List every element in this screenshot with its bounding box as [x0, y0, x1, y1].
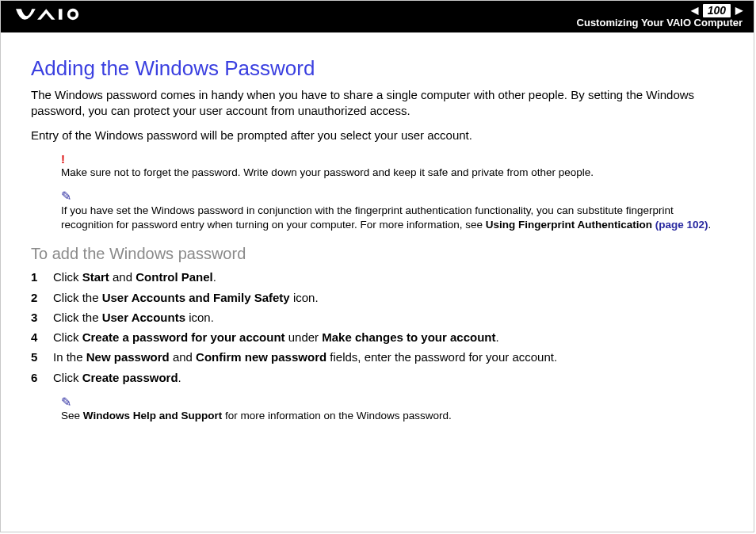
- header-bar: ◀ 100 ▶ Customizing Your VAIO Computer: [1, 1, 754, 32]
- note-text-bold: Using Fingerprint Authentication: [486, 219, 652, 231]
- warning-icon: !: [61, 151, 724, 167]
- prev-arrow-icon[interactable]: ◀: [691, 6, 698, 17]
- section-title: Customizing Your VAIO Computer: [577, 17, 743, 29]
- note-text-post: .: [708, 219, 712, 231]
- warning-text: Make sure not to forget the password. Wr…: [61, 166, 594, 178]
- svg-point-2: [70, 12, 75, 17]
- page-102-link[interactable]: (page 102): [652, 219, 708, 231]
- step-5: In the New password and Confirm new pass…: [31, 349, 724, 365]
- page-number: 100: [703, 4, 731, 17]
- svg-rect-0: [59, 10, 63, 21]
- help-note: ✎ See Windows Help and Support for more …: [61, 394, 724, 424]
- step-3: Click the User Accounts icon.: [31, 310, 724, 326]
- subheading: To add the Windows password: [31, 243, 724, 265]
- step-2: Click the User Accounts and Family Safet…: [31, 290, 724, 306]
- intro-paragraph-2: Entry of the Windows password will be pr…: [31, 128, 724, 143]
- next-arrow-icon[interactable]: ▶: [735, 6, 743, 17]
- document-page: ◀ 100 ▶ Customizing Your VAIO Computer A…: [0, 0, 754, 532]
- fingerprint-note-text: If you have set the Windows password in …: [61, 204, 711, 231]
- note-icon: ✎: [61, 188, 724, 205]
- fingerprint-note: ✎ If you have set the Windows password i…: [61, 188, 724, 232]
- content-area: Adding the Windows Password The Windows …: [1, 32, 754, 424]
- page-number-box: ◀ 100 ▶: [691, 4, 743, 17]
- warning-note: ! Make sure not to forget the password. …: [61, 151, 724, 180]
- step-1: Click Start and Control Panel.: [31, 269, 724, 285]
- note-icon: ✎: [61, 394, 724, 411]
- steps-list: Click Start and Control Panel. Click the…: [31, 269, 724, 386]
- step-6: Click Create password.: [31, 370, 724, 386]
- help-note-text: See Windows Help and Support for more in…: [61, 410, 452, 421]
- intro-paragraph-1: The Windows password comes in handy when…: [31, 87, 724, 120]
- step-4: Click Create a password for your account…: [31, 330, 724, 345]
- header-right: ◀ 100 ▶ Customizing Your VAIO Computer: [577, 4, 743, 29]
- page-title: Adding the Windows Password: [31, 55, 724, 82]
- vaio-logo: [15, 7, 102, 25]
